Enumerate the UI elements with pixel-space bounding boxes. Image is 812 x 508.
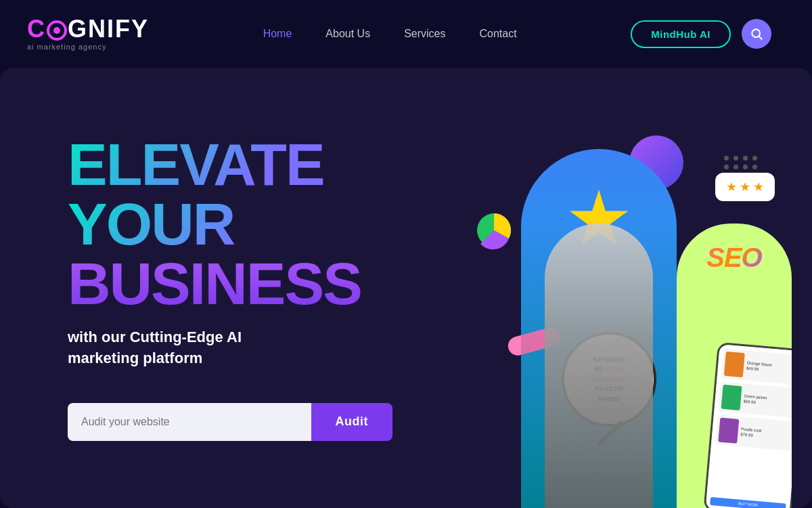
nav-right: MindHub AI	[631, 19, 771, 49]
audit-input[interactable]	[68, 403, 311, 441]
star-1: ★	[726, 179, 737, 194]
person-silhouette	[545, 224, 653, 508]
hero-section: ELEVATE YOUR BUSINESS with our Cutting-E…	[0, 68, 812, 508]
search-icon	[750, 27, 763, 41]
hero-visual: ★ ★ ★ SEO	[440, 68, 812, 508]
svg-line-1	[759, 37, 763, 40]
audit-button[interactable]: Audit	[311, 403, 392, 441]
person-card	[521, 149, 677, 508]
nav-home[interactable]: Home	[263, 28, 292, 39]
logo-c: C	[27, 15, 46, 43]
logo-tagline: ai marketing agency	[27, 43, 149, 51]
nav-links: Home About Us Services Contact	[263, 28, 517, 40]
nav-about[interactable]: About Us	[325, 28, 370, 39]
nav-services[interactable]: Services	[404, 28, 445, 39]
logo-rest: GNIFY	[68, 15, 149, 43]
hero-input-row: Audit	[68, 403, 392, 441]
navbar: CGNIFY ai marketing agency Home About Us…	[0, 0, 812, 68]
seo-card: SEO Orange blazer$49.99 Green jacket$59.…	[677, 224, 792, 508]
logo: CGNIFY ai marketing agency	[27, 17, 149, 51]
phone-mockup-inner: Orange blazer$49.99 Green jacket$59.99 P…	[703, 342, 792, 508]
hero-title-line3: BUSINESS	[68, 254, 392, 314]
hero-subtitle: with our Cutting-Edge AI marketing platf…	[68, 327, 392, 369]
search-button[interactable]	[742, 19, 771, 49]
mindhub-button[interactable]: MindHub AI	[631, 20, 731, 48]
hero-title: ELEVATE YOUR BUSINESS	[68, 135, 392, 314]
pie-chart-deco	[474, 210, 514, 251]
logo-o-icon	[47, 20, 67, 41]
nav-contact[interactable]: Contact	[479, 28, 516, 39]
hero-title-line2: YOUR	[68, 194, 392, 254]
seo-label: SEO	[706, 244, 761, 271]
stars-card: ★ ★ ★	[715, 173, 775, 201]
star-2: ★	[740, 179, 750, 194]
hero-title-line1: ELEVATE	[68, 135, 392, 194]
svg-point-0	[752, 29, 760, 37]
star-3: ★	[753, 179, 764, 194]
hero-content: ELEVATE YOUR BUSINESS with our Cutting-E…	[0, 135, 392, 441]
